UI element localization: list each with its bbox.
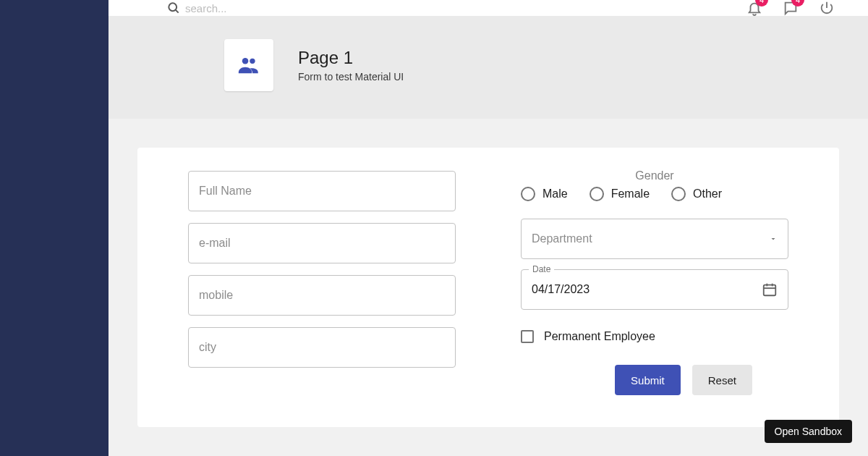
- radio-icon: [671, 187, 686, 201]
- svg-line-1: [176, 10, 179, 13]
- topbar: 4 4: [109, 0, 868, 16]
- radio-other[interactable]: Other: [671, 187, 722, 201]
- svg-rect-4: [764, 285, 776, 296]
- reset-button[interactable]: Reset: [692, 365, 752, 395]
- department-select[interactable]: Department: [521, 219, 788, 259]
- radio-icon: [521, 187, 535, 201]
- date-field[interactable]: Date 04/17/2023: [521, 269, 788, 310]
- department-placeholder: Department: [532, 232, 592, 245]
- city-input[interactable]: [199, 341, 445, 354]
- date-label: Date: [529, 264, 554, 274]
- power-button[interactable]: [819, 0, 835, 16]
- full-name-input[interactable]: [199, 185, 445, 198]
- radio-icon: [590, 187, 604, 201]
- mobile-field[interactable]: [188, 275, 456, 316]
- open-sandbox-button[interactable]: Open Sandbox: [765, 420, 852, 443]
- search-icon: [166, 1, 181, 15]
- radio-female[interactable]: Female: [590, 187, 650, 201]
- permanent-checkbox[interactable]: Permanent Employee: [521, 330, 788, 343]
- power-icon: [819, 0, 835, 16]
- radio-label-female: Female: [611, 187, 650, 200]
- email-field[interactable]: [188, 223, 456, 263]
- search-wrap: [166, 1, 746, 15]
- gender-label: Gender: [521, 169, 788, 182]
- page-subtitle: Form to test Material UI: [298, 71, 404, 83]
- page-title: Page 1: [298, 48, 404, 68]
- main-area: 4 4 Page 1 Form to: [109, 0, 868, 456]
- form-left-col: [188, 171, 456, 395]
- notifications-button[interactable]: 4: [746, 0, 762, 16]
- gender-radio-group: Male Female Other: [521, 187, 788, 201]
- people-icon: [237, 53, 261, 77]
- heading-band: Page 1 Form to test Material UI: [109, 16, 868, 119]
- city-field[interactable]: [188, 327, 456, 368]
- date-value: 04/17/2023: [532, 283, 590, 296]
- dropdown-icon: [769, 235, 778, 243]
- topbar-icons: 4 4: [746, 0, 835, 16]
- submit-button[interactable]: Submit: [615, 365, 681, 395]
- form-right-col: Gender Male Female Other: [521, 171, 788, 395]
- content-area: Gender Male Female Other: [109, 119, 868, 456]
- sidebar: [0, 0, 109, 456]
- radio-label-other: Other: [693, 187, 722, 200]
- form-card: Gender Male Female Other: [137, 148, 839, 427]
- messages-button[interactable]: 4: [783, 0, 799, 16]
- mobile-input[interactable]: [199, 289, 445, 302]
- radio-label-male: Male: [542, 187, 568, 200]
- calendar-icon: [762, 282, 778, 297]
- svg-point-3: [250, 59, 255, 64]
- search-input[interactable]: [185, 2, 373, 14]
- svg-point-0: [169, 3, 176, 11]
- button-row: Submit Reset: [579, 365, 788, 395]
- heading-icon-card: [224, 39, 273, 91]
- permanent-label: Permanent Employee: [544, 330, 655, 343]
- heading-text: Page 1 Form to test Material UI: [298, 48, 404, 83]
- full-name-field[interactable]: [188, 171, 456, 211]
- checkbox-icon: [521, 330, 534, 343]
- email-input[interactable]: [199, 237, 445, 250]
- svg-point-2: [242, 58, 249, 64]
- radio-male[interactable]: Male: [521, 187, 568, 201]
